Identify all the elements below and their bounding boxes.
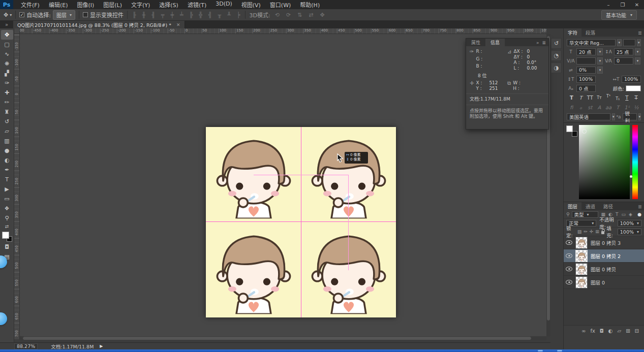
hand-tool[interactable]: ❖ xyxy=(1,204,13,213)
quick-mask-button[interactable]: ◘ xyxy=(1,242,13,252)
text-style-button[interactable]: T xyxy=(623,94,631,101)
opacity-field[interactable]: 100% ▾ xyxy=(618,220,641,227)
panel-menu-icon[interactable]: ≣ xyxy=(638,202,644,210)
align-icon[interactable]: ╠ xyxy=(188,12,195,18)
lock-icon[interactable]: ▨ xyxy=(577,229,582,234)
foreground-color-swatch[interactable] xyxy=(2,232,9,239)
baseline-shift-field[interactable]: 0 点 xyxy=(576,85,596,92)
kerning-field[interactable] xyxy=(576,57,596,65)
text-style-button[interactable]: T xyxy=(568,94,575,101)
taskbar-item[interactable] xyxy=(557,350,562,351)
layer-filter-icon[interactable]: T xyxy=(616,212,619,217)
workspace-switcher[interactable]: 基本功能 ▾ xyxy=(601,10,637,20)
layer-row[interactable]: 图层 0 拷贝 3 xyxy=(564,236,644,249)
eyedropper-tool[interactable]: ✑ xyxy=(1,78,13,88)
opentype-button[interactable]: st xyxy=(586,104,594,111)
status-options-arrow-icon[interactable]: ▶ xyxy=(100,344,103,348)
text-style-button[interactable]: T xyxy=(577,94,585,101)
tab-properties[interactable]: 属性 xyxy=(466,39,485,46)
hue-slider[interactable] xyxy=(632,125,638,199)
vertical-ruler[interactable]: -150-100-5005010015020025030035040045050… xyxy=(14,34,20,339)
show-transform-checkbox[interactable] xyxy=(83,12,88,17)
layer-visibility-eye-icon[interactable] xyxy=(566,280,572,284)
brush-tool[interactable]: ✏ xyxy=(1,98,13,107)
layer-name[interactable]: 图层 0 xyxy=(591,279,605,286)
align-icon[interactable]: ╟ xyxy=(131,12,138,18)
blur-tool[interactable]: ● xyxy=(1,146,13,155)
close-button[interactable]: ✕ xyxy=(630,2,644,8)
3d-mode-icon[interactable]: ⇅ xyxy=(296,12,303,18)
chevron-down-icon[interactable]: ▾ xyxy=(635,57,640,65)
layer-row[interactable]: 图层 0 拷贝 2 xyxy=(564,249,644,263)
zoom-tool[interactable]: ⚲ xyxy=(1,213,13,223)
layer-row[interactable]: 图层 0 拷贝 xyxy=(564,263,644,276)
text-style-button[interactable]: T xyxy=(632,94,640,101)
text-style-button[interactable]: Tᴛ xyxy=(595,94,603,101)
color-picker-marker[interactable] xyxy=(582,129,587,134)
pen-tool[interactable]: ✒ xyxy=(1,165,13,175)
align-icon[interactable]: ╪ xyxy=(169,12,175,18)
opentype-button[interactable]: ℴ xyxy=(577,104,585,111)
opentype-button[interactable]: aa xyxy=(605,104,612,111)
link-layers-icon[interactable]: ∞ xyxy=(581,328,586,334)
foreground-background-swatches[interactable] xyxy=(566,125,577,137)
3d-mode-icon[interactable]: ⟳ xyxy=(285,12,292,18)
panel-menu-icon[interactable]: ≣ xyxy=(638,28,644,37)
language-select[interactable]: 美国英语 xyxy=(567,113,610,120)
tracking-field[interactable]: 0 xyxy=(614,57,633,65)
gradient-tool[interactable]: ▥ xyxy=(1,136,13,146)
marquee-tool[interactable]: ▢ xyxy=(1,40,13,49)
menu-item[interactable]: 图像(I) xyxy=(72,1,99,9)
delete-layer-icon[interactable]: ⊟ xyxy=(635,328,639,334)
minimize-button[interactable]: – xyxy=(601,2,616,8)
3d-mode-icon[interactable]: ⟲ xyxy=(273,12,281,18)
new-layer-icon[interactable]: ⊞ xyxy=(626,328,630,334)
auto-select-target-dropdown[interactable]: 图层 ▾ xyxy=(53,10,75,20)
adjustments-panel-icon[interactable]: ◑ xyxy=(551,62,562,73)
menu-item[interactable]: 视图(V) xyxy=(237,1,265,9)
menu-item[interactable]: 选择(S) xyxy=(155,1,183,9)
horizontal-scrollbar-thumb[interactable] xyxy=(23,337,531,340)
vertical-guide[interactable] xyxy=(301,127,301,317)
3d-mode-icon[interactable]: ✥ xyxy=(319,12,326,18)
text-style-button[interactable]: TT xyxy=(586,94,594,101)
chevron-down-icon[interactable]: ▾ xyxy=(597,67,603,74)
menu-item[interactable]: 文字(Y) xyxy=(127,1,155,9)
horizontal-guide[interactable] xyxy=(206,221,396,222)
lasso-tool[interactable]: ∿ xyxy=(1,49,13,59)
toolbar-collapse-icon[interactable]: » xyxy=(0,21,13,28)
font-family-select[interactable]: 华文中宋 Reg... xyxy=(567,39,616,46)
saturation-brightness-field[interactable] xyxy=(579,125,630,199)
healing-brush-tool[interactable]: ✚ xyxy=(1,88,13,98)
align-icon[interactable]: ╣ xyxy=(207,12,213,18)
eraser-tool[interactable]: ▱ xyxy=(1,126,13,136)
fill-field[interactable]: 100% ▾ xyxy=(618,229,641,235)
tab-paths[interactable]: 路径 xyxy=(599,202,617,210)
panel-collapse-icon[interactable]: » xyxy=(536,40,539,45)
align-icon[interactable]: ╨ xyxy=(226,12,232,18)
tab-layers[interactable]: 图层 xyxy=(564,202,581,210)
swap-colors-icon[interactable]: ⇄ xyxy=(5,224,9,229)
clone-stamp-tool[interactable]: ♜ xyxy=(1,107,13,117)
type-tool[interactable]: T xyxy=(1,175,13,184)
align-icon[interactable]: ╫ xyxy=(141,12,147,18)
lock-icon[interactable]: ✏ xyxy=(584,229,588,234)
layer-visibility-eye-icon[interactable] xyxy=(566,240,572,245)
font-size-field[interactable]: 20 点 xyxy=(576,48,596,55)
document-tab[interactable]: QQ图片20170710101144.jpg @ 88.3% (图层 0 拷贝 … xyxy=(13,21,185,28)
opentype-button[interactable]: T xyxy=(614,104,622,111)
layer-thumbnail[interactable] xyxy=(575,263,588,275)
align-icon[interactable]: ╬ xyxy=(197,12,204,18)
quick-select-tool[interactable]: ❋ xyxy=(1,59,13,69)
layer-name[interactable]: 图层 0 拷贝 xyxy=(591,266,616,273)
chevron-down-icon[interactable]: ▾ xyxy=(637,39,641,46)
layer-thumbnail[interactable] xyxy=(575,250,588,262)
align-icon[interactable]: ╤ xyxy=(160,12,166,18)
dodge-tool[interactable]: ◐ xyxy=(1,155,13,165)
adjustment-layer-icon[interactable]: ◐ xyxy=(608,328,613,334)
horizontal-scale-field[interactable]: 100% xyxy=(622,76,641,83)
path-select-tool[interactable]: ▶ xyxy=(1,184,13,194)
filter-pin-icon[interactable]: ● xyxy=(637,212,641,217)
font-style-select[interactable] xyxy=(623,39,635,46)
crop-tool[interactable]: ▞ xyxy=(1,69,13,78)
